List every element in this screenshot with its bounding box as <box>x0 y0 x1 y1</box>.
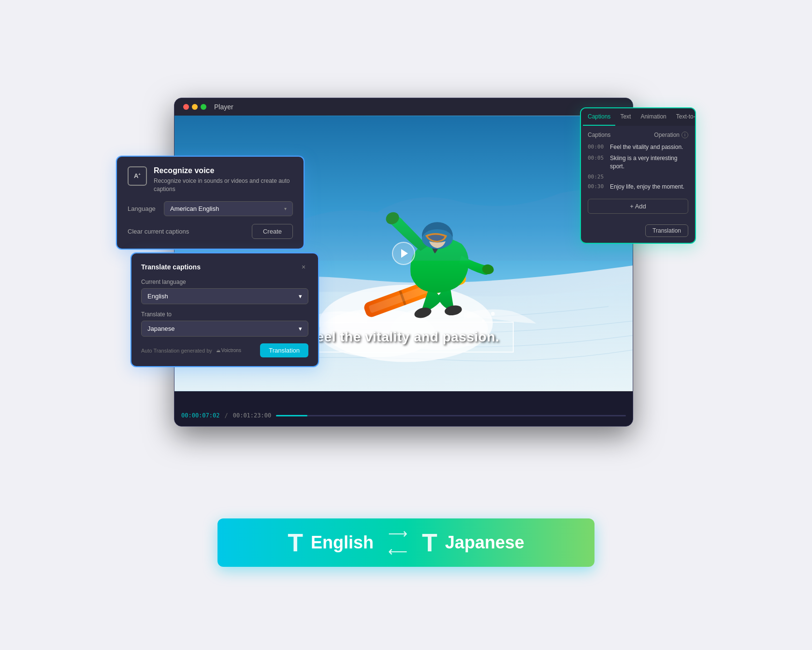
translate-to-value: Japanese <box>147 325 174 332</box>
auto-translation-info: Auto Translation generated by ⛰ Voictron… <box>141 348 241 354</box>
minimize-dot[interactable] <box>192 104 198 110</box>
player-titlebar: Player <box>174 98 633 116</box>
captions-col-label: Captions <box>588 132 610 138</box>
clear-captions-button[interactable]: Clear current captions <box>128 228 189 235</box>
translate-captions-card: Translate captions × Current language En… <box>130 252 319 367</box>
recognize-title: Recognize voice <box>154 166 293 175</box>
translation-banner: T English ⟶ ⟵ T Japanese <box>218 518 594 567</box>
caption-entry-2: 00:05 Skiing is a very interesting sport… <box>588 154 688 171</box>
caption-overlay: Feel the vitality and passion. <box>293 322 514 353</box>
source-lang-label: English <box>311 532 374 553</box>
titlebar-dots <box>183 104 206 110</box>
language-row: Language American English ▾ <box>128 201 293 216</box>
recognize-voice-card: A+ Recognize voice Recognize voice in so… <box>116 156 304 250</box>
tab-captions[interactable]: Captions <box>583 108 615 126</box>
play-button[interactable] <box>392 242 415 265</box>
captions-column-header: Captions Operation i <box>588 132 688 138</box>
caption-entry-3: 00:25 <box>588 173 688 180</box>
add-caption-button[interactable]: + Add <box>588 199 688 214</box>
captions-tabs: Captions Text Animation Text-to-speech <box>581 108 695 126</box>
caption-time-4: 00:30 <box>588 183 606 190</box>
tab-tts[interactable]: Text-to-speech <box>671 108 696 126</box>
language-select[interactable]: American English ▾ <box>164 201 293 216</box>
translate-to-chevron: ▾ <box>299 325 302 332</box>
recognize-description: Recognize voice in sounds or videos and … <box>154 177 293 193</box>
arrow-right-icon: ⟶ <box>388 526 407 542</box>
caption-time-2: 00:05 <box>588 154 606 161</box>
translate-title: Translate captions <box>141 263 201 271</box>
current-language-value: English <box>147 293 168 300</box>
target-lang-label: Japanese <box>445 532 524 553</box>
chevron-down-icon: ▾ <box>284 206 287 211</box>
caption-line-4: Enjoy life, enjoy the moment. <box>610 183 688 191</box>
scene-container: Player <box>116 59 696 591</box>
timeline-track[interactable] <box>276 415 626 416</box>
recognize-icon: A+ <box>128 166 147 186</box>
caption-time-3: 00:25 <box>588 173 606 180</box>
operation-col-label: Operation i <box>654 132 688 138</box>
current-language-select[interactable]: English ▾ <box>141 288 308 304</box>
translate-header: Translate captions × <box>141 262 308 272</box>
translation-bottom-area: Translation <box>581 224 695 243</box>
translation-button[interactable]: Translation <box>260 343 308 357</box>
play-icon <box>401 249 408 258</box>
source-language: T English <box>288 528 374 557</box>
tab-animation[interactable]: Animation <box>636 108 671 126</box>
current-language-chevron: ▾ <box>299 293 302 300</box>
timecode-total: 00:01:23:00 <box>233 412 271 419</box>
timecode-separator: / <box>224 412 228 419</box>
source-t-icon: T <box>288 528 303 557</box>
captions-body: Captions Operation i 00:00 Feel the vita… <box>581 126 695 224</box>
player-title: Player <box>214 103 233 111</box>
translate-to-label: Translate to <box>141 311 308 318</box>
info-icon[interactable]: i <box>682 132 688 138</box>
provider-name: Voictrons <box>221 348 241 353</box>
translate-footer: Auto Translation generated by ⛰ Voictron… <box>141 343 308 357</box>
caption-line-1: Feel the vitality and passion. <box>610 143 688 151</box>
caption-text: Feel the vitality and passion. <box>308 329 499 344</box>
translate-to-select[interactable]: Japanese ▾ <box>141 321 308 337</box>
caption-entry-4: 00:30 Enjoy life, enjoy the moment. <box>588 183 688 191</box>
target-language: T Japanese <box>422 528 524 557</box>
captions-panel: Captions Text Animation Text-to-speech C… <box>580 107 696 244</box>
caption-line-2: Skiing is a very interesting sport. <box>610 154 688 171</box>
caption-entry-1: 00:00 Feel the vitality and passion. <box>588 143 688 151</box>
recognize-header: A+ Recognize voice Recognize voice in so… <box>128 166 293 193</box>
caption-time-1: 00:00 <box>588 143 606 150</box>
close-dot[interactable] <box>183 104 189 110</box>
language-label: Language <box>128 205 159 212</box>
recognize-text: Recognize voice Recognize voice in sound… <box>154 166 293 193</box>
close-button[interactable]: × <box>299 262 308 272</box>
auto-translation-text: Auto Translation generated by <box>141 348 212 354</box>
timeline-bar: 00:00:07:02 / 00:01:23:00 <box>174 405 633 426</box>
provider-icon: ⛰ <box>216 348 220 353</box>
translation-bottom-button[interactable]: Translation <box>645 224 688 237</box>
tab-text[interactable]: Text <box>615 108 636 126</box>
translation-arrows: ⟶ ⟵ <box>388 526 407 560</box>
maximize-dot[interactable] <box>201 104 206 110</box>
timecode-current: 00:00:07:02 <box>181 412 219 419</box>
recognize-actions: Clear current captions Create <box>128 224 293 239</box>
current-language-label: Current language <box>141 279 308 285</box>
arrow-left-icon: ⟵ <box>388 544 407 560</box>
target-t-icon: T <box>422 528 437 557</box>
language-value: American English <box>170 205 219 212</box>
create-button[interactable]: Create <box>252 224 293 239</box>
